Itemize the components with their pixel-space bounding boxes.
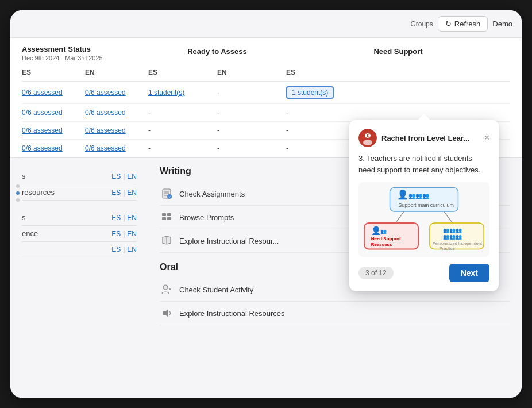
svg-line-23 (395, 211, 404, 223)
link-label: s (22, 172, 26, 180)
es-link[interactable]: ES (111, 230, 121, 238)
lang-links: ES | EN (111, 245, 137, 253)
svg-rect-6 (162, 213, 166, 216)
svg-text:Support main curriculum: Support main curriculum (398, 202, 454, 208)
en-assessed-link-2[interactable]: 0/6 assessed (85, 109, 126, 117)
svg-text:Need Support: Need Support (371, 236, 401, 241)
en-assessed-link-3[interactable]: 0/6 assessed (85, 126, 126, 134)
oral-explore-resources-row: Explore Instructional Resources (160, 302, 510, 325)
link-item: resources ES | EN (22, 184, 137, 201)
svg-rect-9 (167, 217, 171, 220)
tooltip-diagram: 👤 👥👥👥 Support main curriculum 👤 👥 Need S… (358, 182, 489, 257)
tooltip-close-button[interactable]: × (484, 133, 489, 143)
col-ready-to-assess: Ready to Assess (148, 45, 286, 56)
cell-en-assessed: 0/6 assessed (85, 109, 148, 117)
table-row: 0/6 assessed 0/6 assessed 1 student(s) -… (22, 82, 510, 104)
tooltip-avatar (358, 129, 377, 147)
check-assignments-label[interactable]: Check Assignments (179, 190, 245, 198)
sub-es-1: ES (22, 68, 85, 76)
link-item: ES | EN (22, 242, 137, 257)
page-indicator: 3 of 12 (358, 267, 394, 279)
svg-text:✓: ✓ (168, 195, 171, 199)
lang-links: ES | EN (111, 230, 137, 238)
cell-ready-en-4: - (217, 144, 286, 152)
svg-text:Practice: Practice (440, 246, 455, 251)
cell-es-assessed: 0/6 assessed (22, 126, 85, 134)
oral-explore-resources-label[interactable]: Explore Instructional Resources (179, 309, 285, 318)
link-item: ence ES | EN (22, 226, 137, 242)
top-bar: Groups ↻ Refresh Demo (10, 10, 522, 38)
svg-text:Reassess: Reassess (371, 242, 392, 247)
demo-label: Demo (492, 20, 512, 28)
explore-resources-label[interactable]: Explore Instructional Resour... (179, 237, 279, 245)
sidebar-dot (16, 198, 20, 202)
popup-arrow (418, 114, 430, 120)
sub-header: ES EN ES EN ES (22, 66, 510, 82)
svg-text:👥👥👥: 👥👥👥 (408, 192, 430, 199)
cell-need-es-2: - (286, 109, 510, 117)
tablet-frame: Groups ↻ Refresh Demo Assessment Status … (10, 10, 522, 398)
sub-es-3: ES (286, 68, 510, 76)
sidebar-dot-active (16, 191, 20, 195)
ready-es-link[interactable]: 1 student(s) (148, 88, 184, 97)
tooltip-popup: Rachel from Level Lear... × 3. Teachers … (349, 120, 499, 291)
svg-text:Personalized Independent: Personalized Independent (433, 241, 482, 246)
cell-es-assessed: 0/6 assessed (22, 144, 85, 152)
en-link[interactable]: EN (127, 230, 137, 238)
es-assessed-link[interactable]: 0/6 assessed (22, 88, 63, 97)
es-assessed-link-4[interactable]: 0/6 assessed (22, 144, 63, 152)
assessment-status-title: Assessment Status (22, 45, 148, 53)
cell-es-assessed: 0/6 assessed (22, 109, 85, 117)
svg-marker-12 (163, 309, 168, 317)
link-item: s ES | EN (22, 168, 137, 184)
link-label: ence (22, 229, 38, 238)
es-assessed-link-3[interactable]: 0/6 assessed (22, 126, 63, 134)
browse-prompts-label[interactable]: Browse Prompts (179, 213, 234, 222)
check-student-activity-label[interactable]: Check Student Activity (179, 286, 253, 294)
en-assessed-link-4[interactable]: 0/6 assessed (85, 144, 126, 152)
svg-text:👥: 👥 (380, 228, 387, 235)
next-button[interactable]: Next (449, 264, 489, 282)
refresh-button[interactable]: ↻ Refresh (438, 16, 488, 32)
es-assessed-link-2[interactable]: 0/6 assessed (22, 109, 63, 117)
lang-links: ES | EN (111, 188, 137, 197)
en-link[interactable]: EN (127, 172, 137, 180)
sidebar-dot (16, 184, 20, 188)
lang-links: ES | EN (111, 214, 137, 222)
es-link[interactable]: ES (111, 245, 121, 253)
cell-en-assessed: 0/6 assessed (85, 88, 148, 97)
cell-ready-es: 1 student(s) (148, 88, 217, 97)
svg-line-24 (444, 211, 453, 223)
assignment-icon: ✓ (160, 187, 174, 201)
cell-es-assessed: 0/6 assessed (22, 88, 85, 97)
svg-rect-8 (167, 213, 171, 216)
svg-text:👥👥👥: 👥👥👥 (443, 233, 462, 240)
es-link[interactable]: ES (111, 172, 121, 180)
tooltip-footer: 3 of 12 Next (358, 264, 489, 282)
col-need-support: Need Support (286, 45, 510, 56)
tooltip-header: Rachel from Level Lear... × (358, 129, 489, 147)
sound-icon (160, 306, 174, 320)
svg-text:👥👥👥: 👥👥👥 (443, 227, 462, 234)
es-link[interactable]: ES (111, 188, 121, 197)
svg-point-11 (163, 285, 168, 290)
es-link[interactable]: ES (111, 214, 121, 222)
svg-point-15 (363, 140, 372, 145)
cell-ready-es-2: - (148, 109, 217, 117)
cell-ready-en-3: - (217, 126, 286, 134)
cell-need-es-highlight: 1 student(s) (286, 86, 510, 99)
tooltip-name: Rachel from Level Lear... (381, 134, 484, 143)
resource-icon (160, 234, 174, 248)
link-item: s ES | EN (22, 210, 137, 226)
date-range: Dec 9th 2024 - Mar 3rd 2025 (22, 55, 148, 61)
activity-icon (160, 283, 174, 297)
en-link[interactable]: EN (127, 214, 137, 222)
highlighted-students[interactable]: 1 student(s) (286, 86, 334, 99)
en-link[interactable]: EN (127, 245, 137, 253)
en-assessed-link[interactable]: 0/6 assessed (85, 88, 126, 97)
groups-label: Groups (410, 20, 433, 28)
sub-en-1: EN (85, 68, 148, 76)
en-link[interactable]: EN (127, 188, 137, 197)
table-header: Assessment Status Dec 9th 2024 - Mar 3rd… (22, 38, 510, 66)
main-content: Groups ↻ Refresh Demo Assessment Status … (10, 10, 522, 398)
